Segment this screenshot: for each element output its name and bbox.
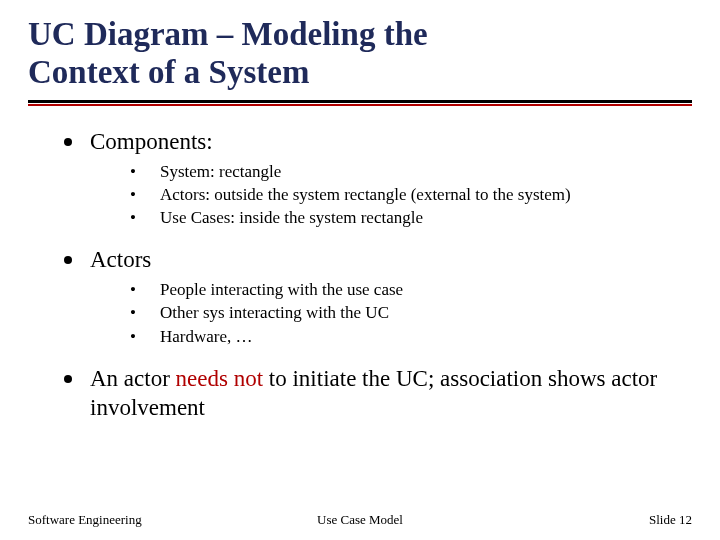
sub-bullet-icon: • xyxy=(126,302,140,323)
list-item: • People interacting with the use case xyxy=(126,279,692,300)
sub-bullet-icon: • xyxy=(126,184,140,205)
list-item: • Actors: outside the system rectangle (… xyxy=(126,184,692,205)
list-item: • Other sys interacting with the UC xyxy=(126,302,692,323)
list-item: • Use Cases: inside the system rectangle xyxy=(126,207,692,228)
sublist-actors: • People interacting with the use case •… xyxy=(126,279,692,347)
title-rule-dark xyxy=(28,100,692,103)
title-line-1: UC Diagram – Modeling the xyxy=(28,16,428,52)
footer-center: Use Case Model xyxy=(0,512,720,528)
bullet-dot-icon xyxy=(64,375,72,383)
sub-item-text: Use Cases: inside the system rectangle xyxy=(160,207,423,228)
sub-item-text: Actors: outside the system rectangle (ex… xyxy=(160,184,571,205)
text-highlight: needs not xyxy=(176,366,264,391)
sub-item-text: System: rectangle xyxy=(160,161,281,182)
list-item: • Hardware, … xyxy=(126,326,692,347)
bullet-actors: Actors xyxy=(64,246,692,275)
sub-bullet-icon: • xyxy=(126,326,140,347)
slide: UC Diagram – Modeling the Context of a S… xyxy=(0,0,720,540)
sub-item-text: Other sys interacting with the UC xyxy=(160,302,389,323)
bullet-heading: Components: xyxy=(90,128,213,157)
bullet-text: An actor needs not to initiate the UC; a… xyxy=(90,365,692,423)
bullet-components: Components: xyxy=(64,128,692,157)
bullet-actor-note: An actor needs not to initiate the UC; a… xyxy=(64,365,692,423)
sub-bullet-icon: • xyxy=(126,207,140,228)
sub-bullet-icon: • xyxy=(126,279,140,300)
sub-bullet-icon: • xyxy=(126,161,140,182)
bullet-dot-icon xyxy=(64,138,72,146)
text-pre: An actor xyxy=(90,366,176,391)
title-line-2: Context of a System xyxy=(28,54,309,90)
sub-item-text: Hardware, … xyxy=(160,326,253,347)
bullet-dot-icon xyxy=(64,256,72,264)
sub-item-text: People interacting with the use case xyxy=(160,279,403,300)
sublist-components: • System: rectangle • Actors: outside th… xyxy=(126,161,692,229)
slide-title: UC Diagram – Modeling the Context of a S… xyxy=(28,16,692,92)
slide-footer: Software Engineering Use Case Model Slid… xyxy=(0,512,720,528)
title-rule-red xyxy=(28,104,692,106)
bullet-heading: Actors xyxy=(90,246,151,275)
list-item: • System: rectangle xyxy=(126,161,692,182)
slide-content: Components: • System: rectangle • Actors… xyxy=(28,128,692,423)
